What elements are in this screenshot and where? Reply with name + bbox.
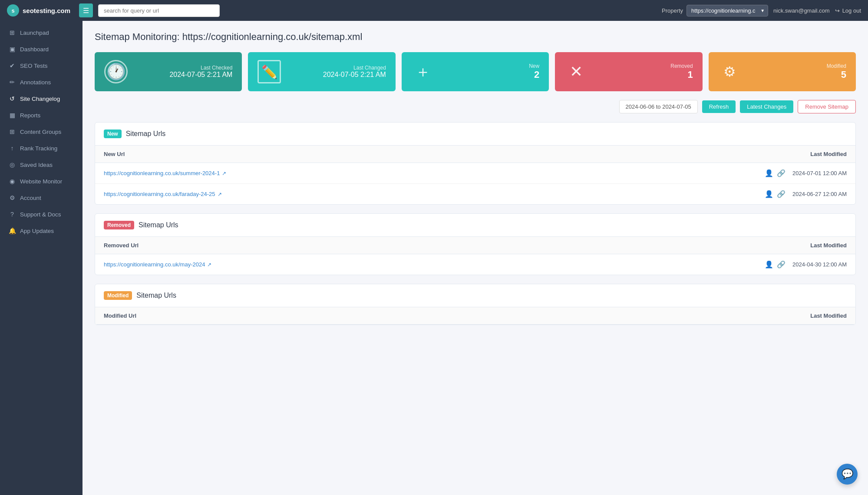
sidebar-label-site-changelog: Site Changelog [20,96,60,102]
saved-ideas-icon: ◎ [9,161,16,168]
stat-card-modified: ⚙ Modified 5 [709,52,856,91]
new-badge: New [104,130,122,138]
logo: s seotesting.com [7,4,70,17]
remove-sitemap-button[interactable]: Remove Sitemap [798,100,856,113]
stat-cards: 🕐 Last Checked 2024-07-05 2:21 AM ✏️ Las… [95,52,856,91]
new-modified-col-header: Last Modified [540,146,855,163]
hamburger-button[interactable]: ☰ [79,3,93,17]
x-icon: ✕ [564,60,588,83]
removed-modified-col-header: Last Modified [519,237,855,254]
table-row: https://cognitionlearning.co.uk/summer-2… [95,163,855,184]
sidebar-label-support-docs: Support & Docs [20,211,61,218]
logout-button[interactable]: ↪ Log out [835,7,861,14]
last-checked-label: Last Checked [169,65,232,71]
user-icon[interactable]: 👤 [765,169,773,177]
stat-info-modified: Modified 5 [827,63,846,80]
modified-value: 5 [827,69,846,80]
removed-badge: Removed [104,221,134,229]
modified-url-col-header: Modified Url [95,307,462,325]
removed-urls-table: Removed Url Last Modified https://cognit… [95,237,855,275]
url-link[interactable]: https://cognitionlearning.co.uk/summer-2… [104,170,226,176]
sidebar-item-content-groups[interactable]: ⊞ Content Groups [0,123,83,140]
last-modified-value: 2024-07-01 12:00 AM [792,170,847,176]
sidebar-item-saved-ideas[interactable]: ◎ Saved Ideas [0,156,83,173]
table-row: https://cognitionlearning.co.uk/faraday-… [95,184,855,205]
sidebar-item-account[interactable]: ⚙ Account [0,189,83,206]
table-row: https://cognitionlearning.co.uk/may-2024… [95,254,855,275]
user-icon[interactable]: 👤 [765,190,773,198]
url-link[interactable]: https://cognitionlearning.co.uk/may-2024… [104,261,211,268]
rank-tracking-icon: ↑ [9,145,16,152]
stat-card-last-checked: 🕐 Last Checked 2024-07-05 2:21 AM [95,52,242,91]
search-input[interactable] [98,4,220,17]
property-label: Property [662,7,683,14]
chat-bubble[interactable]: 💬 [837,464,858,485]
seo-tests-icon: ✔ [9,62,16,69]
logout-label: Log out [842,7,861,14]
modified-urls-table-header: Modified Url Last Modified [95,307,855,325]
modified-badge: Modified [104,291,132,300]
external-link-icon: ↗ [207,262,211,268]
plus-icon: ＋ [411,60,435,83]
layout: ⊞ Launchpad ▣ Dashboard ✔ SEO Tests ✏ An… [0,21,868,495]
edit-icon: ✏️ [257,60,281,83]
sidebar-item-annotations[interactable]: ✏ Annotations [0,74,83,90]
modified-cell: 👤 🔗 2024-04-30 12:00 AM [519,254,855,275]
sidebar-item-reports[interactable]: ▦ Reports [0,107,83,123]
sidebar-item-dashboard[interactable]: ▣ Dashboard [0,41,83,57]
sidebar-label-rank-tracking: Rank Tracking [20,145,57,152]
removed-label: Removed [670,63,693,69]
date-range-display: 2024-06-06 to 2024-07-05 [619,100,698,113]
sidebar-item-app-updates[interactable]: 🔔 App Updates [0,223,83,239]
last-checked-value: 2024-07-05 2:21 AM [169,71,232,79]
latest-changes-button[interactable]: Latest Changes [740,100,793,113]
link-icon[interactable]: 🔗 [777,190,785,198]
stat-card-removed: ✕ Removed 1 [555,52,702,91]
link-icon[interactable]: 🔗 [777,260,785,269]
sidebar-label-launchpad: Launchpad [20,30,49,36]
new-url-col-header: New Url [95,146,540,163]
sidebar-item-support-docs[interactable]: ? Support & Docs [0,206,83,223]
website-monitor-icon: ◉ [9,178,16,185]
modified-urls-table: Modified Url Last Modified [95,307,855,325]
sidebar-item-rank-tracking[interactable]: ↑ Rank Tracking [0,140,83,156]
user-icon[interactable]: 👤 [765,260,773,269]
refresh-button[interactable]: Refresh [702,100,736,113]
new-urls-table-header: New Url Last Modified [95,146,855,163]
link-icon[interactable]: 🔗 [777,169,785,177]
content-groups-icon: ⊞ [9,128,16,135]
external-link-icon: ↗ [218,191,222,197]
sidebar-label-annotations: Annotations [20,79,51,86]
modified-cell: 👤 🔗 2024-06-27 12:00 AM [540,184,855,205]
removed-urls-header: Removed Sitemap Urls [95,214,855,237]
action-icons: 👤 🔗 [765,169,785,177]
sidebar-item-launchpad[interactable]: ⊞ Launchpad [0,24,83,41]
annotations-icon: ✏ [9,79,16,86]
modified-urls-section: Modified Sitemap Urls Modified Url Last … [95,284,856,325]
sidebar-label-account: Account [20,195,41,201]
sidebar-item-site-changelog[interactable]: ↺ Site Changelog [0,90,83,107]
sidebar-label-app-updates: App Updates [20,228,54,234]
modified-label: Modified [827,63,846,69]
sidebar-item-website-monitor[interactable]: ◉ Website Monitor [0,173,83,189]
sidebar: ⊞ Launchpad ▣ Dashboard ✔ SEO Tests ✏ An… [0,21,83,495]
last-modified-value: 2024-04-30 12:00 AM [792,261,847,268]
removed-urls-table-header: Removed Url Last Modified [95,237,855,254]
new-urls-section: New Sitemap Urls New Url Last Modified h… [95,122,856,205]
support-docs-icon: ? [9,211,16,218]
stat-info-removed: Removed 1 [670,63,693,80]
sidebar-label-dashboard: Dashboard [20,46,49,53]
removed-urls-section: Removed Sitemap Urls Removed Url Last Mo… [95,213,856,275]
logo-text: seotesting.com [23,7,70,14]
url-cell: https://cognitionlearning.co.uk/summer-2… [95,163,540,184]
property-select[interactable]: https://cognitionlearning.c [686,5,768,17]
url-link[interactable]: https://cognitionlearning.co.uk/faraday-… [104,191,222,197]
sidebar-label-seo-tests: SEO Tests [20,63,48,69]
chat-icon: 💬 [842,468,853,480]
property-wrapper: Property https://cognitionlearning.c [662,5,768,17]
sidebar-label-saved-ideas: Saved Ideas [20,162,53,168]
sidebar-label-content-groups: Content Groups [20,129,61,135]
user-section: nick.swan@gmail.com ↪ Log out [773,7,861,14]
new-urls-title: Sitemap Urls [126,130,166,138]
sidebar-item-seo-tests[interactable]: ✔ SEO Tests [0,57,83,74]
